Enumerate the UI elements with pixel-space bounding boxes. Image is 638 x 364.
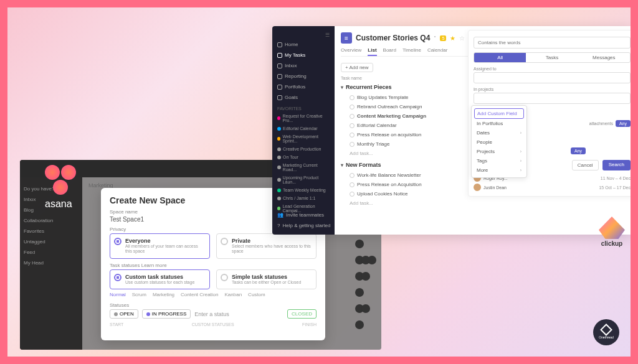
attachments-label: attachments <box>589 121 613 126</box>
any-pill[interactable]: Any <box>616 120 631 127</box>
search-input[interactable] <box>474 37 631 49</box>
nav-my-tasks[interactable]: My Tasks <box>276 50 331 60</box>
radio-icon <box>221 238 228 245</box>
fav-item[interactable]: Web Development Sprint... <box>276 133 331 145</box>
chevron-down-icon: ▾ <box>341 85 343 90</box>
status-circle-icon <box>350 95 355 100</box>
nav-portfolios[interactable]: Portfolios <box>276 82 331 92</box>
chevron-right-icon: › <box>520 149 521 154</box>
fav-item[interactable]: Chris / Jamie 1:1 <box>276 194 331 202</box>
tab-timeline[interactable]: Timeline <box>402 47 421 54</box>
tab-overview[interactable]: Overview <box>341 47 361 54</box>
tab-calendar[interactable]: Calendar <box>427 47 447 54</box>
sidebar-item[interactable]: Feed <box>24 247 79 258</box>
search-segments: All Tasks Messages <box>474 52 631 63</box>
star-icon[interactable]: ★ <box>450 35 455 42</box>
filter-projects[interactable]: Projects› <box>474 147 524 156</box>
user-icon: 👥 <box>277 212 283 218</box>
work-badge[interactable]: Work a... <box>632 200 638 207</box>
open-status[interactable]: OPEN <box>110 309 138 319</box>
status-circle-icon <box>350 192 355 197</box>
nav-goals[interactable]: Goals <box>276 92 331 103</box>
task-status-label: Task statuses Learn more <box>110 263 317 268</box>
sidebar-item[interactable]: Untagged <box>24 236 79 247</box>
check-icon <box>277 53 282 58</box>
tab-list[interactable]: List <box>368 47 376 56</box>
menu-icon[interactable]: ☰ <box>325 32 330 38</box>
add-new-button[interactable]: + Add new <box>341 63 373 72</box>
fav-item[interactable]: Team Weekly Meeting <box>276 186 331 194</box>
fav-item[interactable]: On Tour <box>276 153 331 161</box>
filter-dates[interactable]: Dates› <box>474 128 524 138</box>
sidebar-item[interactable]: My Head <box>24 258 79 268</box>
add-task-button[interactable]: Add task... <box>341 198 626 208</box>
invite-teammates[interactable]: 👥Invite teammates <box>276 210 331 220</box>
target-icon <box>277 95 282 100</box>
filter-people[interactable]: People <box>474 138 524 147</box>
clickup-panel: ☰ Home My Tasks Inbox Reporting Portfoli… <box>272 26 632 235</box>
nav-home[interactable]: Home <box>276 39 331 50</box>
any-pill[interactable]: Any <box>571 147 586 154</box>
closed-status[interactable]: CLOSED <box>287 309 317 319</box>
clickup-logo: clickup <box>599 217 625 247</box>
filter-tags[interactable]: Tags› <box>474 156 524 166</box>
fav-item[interactable]: Marketing Current Road... <box>276 161 331 174</box>
radio-icon <box>114 274 121 281</box>
nav-reporting[interactable]: Reporting <box>276 71 331 82</box>
status-circle-icon <box>350 114 355 119</box>
search-button[interactable]: Search <box>602 160 631 170</box>
inbox-icon <box>277 63 282 68</box>
clickup-main: ≡ Customer Stories Q4 ˅ 5 ★ ☆ Overview L… <box>335 26 632 235</box>
chevron-down-icon[interactable]: ˅ <box>434 35 436 41</box>
menu-button[interactable]: ≡ <box>341 32 352 44</box>
filter-more[interactable]: More› <box>474 166 524 175</box>
favorites-header: Favorites <box>276 103 331 112</box>
diamond-icon <box>600 324 612 336</box>
custom-statuses[interactable]: Custom task statusesUse custom statuses … <box>110 269 210 289</box>
radio-icon <box>221 274 228 281</box>
clickup-sidebar: ☰ Home My Tasks Inbox Reporting Portfoli… <box>272 26 335 235</box>
nav-inbox[interactable]: Inbox <box>276 60 331 71</box>
seg-tasks[interactable]: Tasks <box>526 53 578 62</box>
simple-statuses[interactable]: Simple task statusesTasks can be either … <box>216 269 317 289</box>
tab-board[interactable]: Board <box>383 47 396 54</box>
privacy-private[interactable]: PrivateSelect members who have access to… <box>216 233 317 259</box>
chevron-right-icon: › <box>520 168 521 172</box>
fav-item[interactable]: Creative Production <box>276 145 331 153</box>
projects-input[interactable] <box>474 93 631 104</box>
assigned-label: Assigned to <box>474 67 631 71</box>
filter-portfolios[interactable]: In Portfolios <box>474 119 524 128</box>
add-custom-field[interactable]: Add Custom Field <box>474 108 524 119</box>
help-icon: ? <box>277 223 280 228</box>
onethread-badge[interactable]: Onethread <box>593 319 619 345</box>
status-circle-icon <box>350 173 355 178</box>
folder-icon <box>277 85 282 90</box>
seg-all[interactable]: All <box>474 53 526 62</box>
chart-icon <box>277 74 282 79</box>
radio-icon <box>114 238 121 245</box>
star-outline-icon[interactable]: ☆ <box>459 35 465 42</box>
inprogress-status[interactable]: IN PROGRESS <box>142 309 191 319</box>
sidebar-item[interactable]: Favorites <box>24 226 79 236</box>
fav-item[interactable]: Upcoming Product Laun... <box>276 174 331 186</box>
sidebar-item[interactable]: Collaboration <box>24 215 79 226</box>
status-circle-icon <box>350 105 355 110</box>
fav-item[interactable]: Editorial Calendar <box>276 124 331 133</box>
privacy-everyone[interactable]: EveryoneAll members of your team can acc… <box>110 233 210 259</box>
status-circle-icon <box>350 142 355 147</box>
avatar-column <box>358 240 376 329</box>
chevron-right-icon: › <box>520 159 521 163</box>
search-filter-panel: All Tasks Messages Assigned to In projec… <box>468 30 636 197</box>
status-templates[interactable]: NormalScrumMarketingContent CreationKanb… <box>110 292 317 297</box>
status-circle-icon <box>350 182 355 187</box>
cancel-button[interactable]: Cancel <box>572 160 599 170</box>
seg-messages[interactable]: Messages <box>578 53 630 62</box>
fav-item[interactable]: Request for Creative Pro... <box>276 112 331 124</box>
assignee-row[interactable]: Justin Dean15 Oct – 17 Dec <box>474 184 631 191</box>
page-title: Customer Stories Q4 <box>356 34 430 42</box>
assigned-input[interactable] <box>474 72 631 83</box>
home-icon <box>277 42 282 47</box>
status-circle-icon <box>350 133 355 138</box>
help-link[interactable]: ?Help & getting started <box>276 220 331 231</box>
status-input[interactable]: Enter a status <box>194 311 283 317</box>
